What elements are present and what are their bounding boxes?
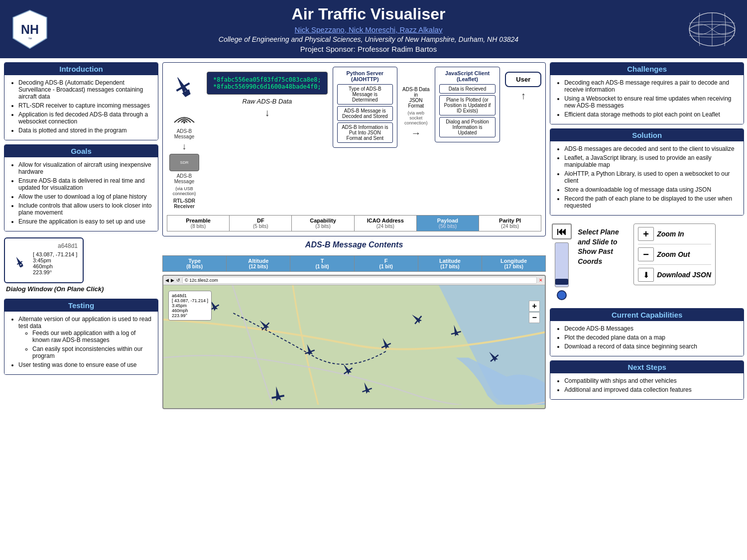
- next-step-1: Compatibility with ships and other vehic…: [564, 377, 738, 384]
- goal-bullet-1: Allow for visualization of aircraft usin…: [18, 161, 152, 175]
- contents-f: F(1 bit): [355, 256, 418, 271]
- page-title: Air Traffic Visualiser: [50, 5, 687, 23]
- contents-type: Type(8 bits): [163, 256, 227, 271]
- via-ws-label: (via web socketconnection): [402, 111, 430, 125]
- bits-preamble: Preamble (8 bits): [167, 216, 230, 231]
- python-server-box: Python Server (AIOHTTP) Type of ADS-BMes…: [333, 67, 397, 148]
- capability-3: Download a record of data since beginnin…: [564, 343, 738, 350]
- zoom-out-row: − Zoom Out: [638, 247, 711, 261]
- goal-bullet-3: Allow the user to download a log of plan…: [18, 193, 152, 200]
- leaflet-zoom-controls: + −: [529, 301, 540, 323]
- leaflet-zoom-in[interactable]: +: [529, 301, 540, 312]
- contents-longitude: Longitude(17 bits): [482, 256, 545, 271]
- solution-section: Solution ADS-B messages are decoded and …: [550, 128, 744, 216]
- nh-logo: NH ™: [10, 9, 50, 49]
- solution-1: ADS-B messages are decoded and sent to t…: [564, 145, 738, 152]
- map-close-btn[interactable]: ✕: [539, 278, 543, 283]
- contents-t: T(1 bit): [290, 256, 354, 271]
- intro-bullet-1: Decoding ADS-B (Automatic Dependent Surv…: [18, 79, 152, 100]
- bits-payload: Payload (56 bits): [417, 216, 479, 231]
- zoom-out-button[interactable]: −: [638, 247, 654, 261]
- map-reload-btn[interactable]: ↺: [176, 278, 180, 283]
- challenge-3: Efficient data storage methods to plot e…: [564, 111, 738, 118]
- introduction-section: Introduction Decoding ADS-B (Automatic D…: [4, 62, 158, 140]
- slider-circle: [557, 290, 567, 300]
- map-svg: Leaflet: [163, 285, 545, 405]
- next-step-2: Additional and improved data collection …: [564, 386, 738, 393]
- map-back-btn[interactable]: ◀: [165, 278, 169, 283]
- next-steps-body: Compatibility with ships and other vehic…: [550, 373, 744, 399]
- goal-bullet-5: Ensure the application is easy to set up…: [18, 218, 152, 225]
- user-box: User: [505, 72, 541, 87]
- page-header: NH ™ Air Traffic Visualiser Nick Spezzan…: [0, 0, 747, 58]
- right-column: Challenges Decoding each ADS-B message r…: [550, 62, 744, 409]
- capability-2: Plot the decoded plane data on a map: [564, 334, 738, 341]
- ads-b-label-1: ADS-BMessage: [174, 128, 195, 139]
- bits-icao: ICAO Address (24 bits): [355, 216, 417, 231]
- zoom-in-button[interactable]: +: [638, 227, 654, 241]
- client-title: JavaScript Client (Leaflet): [439, 70, 496, 82]
- goals-section: Goals Allow for visualization of aircraf…: [4, 144, 158, 231]
- slider-thumb: [555, 279, 568, 285]
- js-client-box: JavaScript Client (Leaflet) Data is Reci…: [435, 67, 500, 142]
- bits-parity: Parity PI (24 bits): [479, 216, 541, 231]
- arrow-down-1: ↓: [182, 141, 187, 152]
- controls-section: ⏮ Select Plane and Slide to Show Past Co…: [550, 220, 744, 304]
- download-label: Download JSON: [657, 271, 711, 279]
- map-display[interactable]: ◀ ▶ ↺ © 12c.tiles2.com ✕ a648d1 [ 43.087…: [162, 275, 546, 409]
- svg-text:™: ™: [28, 37, 32, 41]
- wifi-icon: [172, 109, 197, 123]
- goal-bullet-4: Include controls that allow users to loo…: [18, 202, 152, 216]
- solution-5: Record the path of each plane to be disp…: [564, 195, 738, 209]
- slider-track[interactable]: [555, 242, 569, 287]
- client-item-3: Dialog and PositionInformation isUpdated: [439, 117, 496, 137]
- map-dialog-overlay: a648d1 [ 43.087, -71.214 ] 3:45pm 460mph…: [168, 291, 212, 321]
- next-steps-header: Next Steps: [550, 361, 744, 373]
- slider-group: ⏮: [552, 224, 572, 300]
- plane-icon-dialog: [10, 253, 30, 273]
- solution-header: Solution: [550, 129, 744, 141]
- server-item-3: ADS-B Information isPut Into JSONFormat …: [337, 122, 393, 143]
- authors: Nick Spezzano, Nick Moreschi, Razz Alkal…: [50, 25, 687, 34]
- testing-sub-2: Can easily spot inconsistencies within o…: [32, 345, 152, 359]
- server-item-1: Type of ADS-BMessage isDetermined: [337, 84, 393, 105]
- goals-body: Allow for visualization of aircraft usin…: [4, 157, 158, 231]
- challenge-2: Using a Websocket to ensure real time up…: [564, 95, 738, 109]
- server-item-2: ADS-B Message isDecoded and Stored: [337, 106, 393, 121]
- zoom-controls-box: + Zoom In − Zoom Out ⬇ Download JSON: [633, 224, 716, 285]
- goal-bullet-2: Ensure ADS-B data is delivered in real t…: [18, 177, 152, 191]
- intro-bullet-2: RTL-SDR receiver to capture incoming mes…: [18, 102, 152, 109]
- contents-altitude: Altitude(12 bits): [227, 256, 290, 271]
- client-item-2: Plane Is Plotted (orPosition is Updated …: [439, 95, 496, 115]
- via-usb-label: (via USB connection): [167, 186, 202, 196]
- bits-row: Preamble (8 bits) DF (5 bits) Capability…: [167, 215, 541, 231]
- svg-point-5: [183, 121, 185, 123]
- challenge-1: Decoding each ADS-B message requires a p…: [564, 79, 738, 93]
- download-row: ⬇ Download JSON: [638, 268, 711, 282]
- raw-data-display: *8fabc556ea05f83fd75c083ca8e8; *8fabc556…: [207, 72, 328, 95]
- download-divider: [638, 264, 711, 265]
- map-forward-btn[interactable]: ▶: [171, 278, 174, 283]
- download-button[interactable]: ⬇: [638, 268, 654, 282]
- raw-data-label: Raw ADS-B Data: [242, 98, 292, 105]
- left-column: Introduction Decoding ADS-B (Automatic D…: [4, 62, 158, 409]
- solution-body: ADS-B messages are decoded and sent to t…: [550, 141, 744, 215]
- institution: College of Engineering and Physical Scie…: [50, 35, 687, 43]
- sponsor: Project Sponsor: Professor Radim Bartos: [50, 45, 687, 53]
- raw-data-line2: *8fabc556990c6d1600a48bade4f0;: [213, 83, 321, 90]
- client-item-1: Data is Recieved: [439, 84, 496, 94]
- capabilities-header: Current Capabilities: [550, 309, 744, 321]
- rewind-button[interactable]: ⏮: [552, 224, 572, 239]
- globe-icon: [687, 9, 737, 49]
- introduction-body: Decoding ADS-B (Automatic Dependent Surv…: [4, 75, 158, 140]
- solution-4: Store a downloadable log of message data…: [564, 186, 738, 193]
- rtl-sdr-device: SDR: [169, 154, 199, 171]
- raw-data-line1: *8fabc556ea05f83fd75c083ca8e8;: [213, 76, 321, 83]
- bits-capability: Capability (3 bits): [292, 216, 354, 231]
- center-column: ADS-BMessage ↓ SDR ADS-BMessage (via USB…: [162, 62, 546, 409]
- select-plane-label: Select Plane and Slide to Show Past Coor…: [578, 227, 627, 266]
- flow-diagram: ADS-BMessage ↓ SDR ADS-BMessage (via USB…: [162, 62, 546, 236]
- leaflet-zoom-out[interactable]: −: [529, 312, 540, 323]
- map-url-bar[interactable]: © 12c.tiles2.com: [182, 277, 537, 284]
- zoom-in-label: Zoom In: [657, 230, 684, 238]
